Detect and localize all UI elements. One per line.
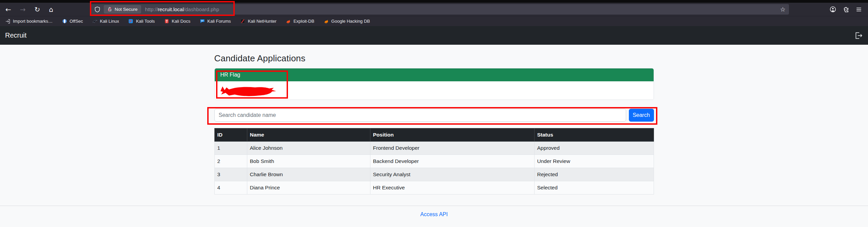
table-row: 3Charlie BrownSecurity AnalystRejected bbox=[214, 168, 654, 181]
bookmark-kali-forums[interactable]: Kali Forums bbox=[199, 19, 231, 24]
column-header-name: Name bbox=[247, 128, 370, 142]
table-cell: Bob Smith bbox=[247, 155, 370, 168]
table-cell: Diana Prince bbox=[247, 181, 370, 194]
url-scheme: http:// bbox=[145, 6, 158, 12]
import-bookmarks-icon bbox=[5, 19, 11, 24]
bookmark-label: Kali NetHunter bbox=[248, 19, 277, 24]
navbar-brand[interactable]: Recruit bbox=[5, 32, 26, 39]
bookmark-label: OffSec bbox=[70, 19, 83, 24]
bookmark-label: Kali Linux bbox=[100, 19, 119, 24]
table-row: 2Bob SmithBackend DeveloperUnder Review bbox=[214, 155, 654, 168]
column-header-position: Position bbox=[370, 128, 534, 142]
table-header-row: IDNamePositionStatus bbox=[214, 128, 654, 142]
table-cell: Charlie Brown bbox=[247, 168, 370, 181]
kali-tools-icon bbox=[128, 19, 134, 24]
table-row: 4Diana PrinceHR ExecutiveSelected bbox=[214, 181, 654, 194]
access-api-link[interactable]: Access API bbox=[420, 211, 448, 217]
shield-icon[interactable] bbox=[94, 6, 100, 13]
search-input[interactable] bbox=[214, 109, 626, 122]
bookmark-offsec[interactable]: OffSec bbox=[62, 19, 83, 24]
table-cell: Under Review bbox=[534, 155, 654, 168]
table-cell: Selected bbox=[534, 181, 654, 194]
menu-icon[interactable] bbox=[856, 6, 862, 13]
bookmark-label: Import bookmarks… bbox=[13, 19, 53, 24]
exploit-db-icon bbox=[286, 19, 291, 24]
hr-flag-card-body bbox=[215, 81, 654, 100]
column-header-status: Status bbox=[534, 128, 654, 142]
insecure-lock-icon bbox=[107, 7, 112, 12]
home-icon[interactable]: ⌂ bbox=[49, 6, 53, 13]
browser-toolbar: ← → ↻ ⌂ Not Secure http://recruit.local/… bbox=[0, 3, 868, 16]
kali-docs-icon bbox=[164, 19, 169, 24]
browser-tab-strip bbox=[0, 0, 868, 3]
bookmark-label: Exploit-DB bbox=[293, 19, 314, 24]
table-cell: Backend Developer bbox=[370, 155, 534, 168]
candidates-table: IDNamePositionStatus 1Alice JohnsonFront… bbox=[214, 128, 654, 194]
bookmark-label: Kali Forums bbox=[207, 19, 231, 24]
toolbar-right-icons bbox=[830, 6, 868, 13]
table-cell: Frontend Developer bbox=[370, 142, 534, 155]
back-icon[interactable]: ← bbox=[5, 6, 11, 13]
table-row: 1Alice JohnsonFrontend DeveloperApproved bbox=[214, 142, 654, 155]
extensions-icon[interactable] bbox=[843, 6, 849, 13]
hr-flag-card: HR Flag bbox=[214, 68, 654, 100]
logout-icon[interactable] bbox=[854, 31, 863, 40]
reload-icon[interactable]: ↻ bbox=[35, 6, 40, 13]
page-content: Candidate Applications HR Flag Search ID… bbox=[0, 45, 868, 218]
bookmark-exploit-db[interactable]: Exploit-DB bbox=[286, 19, 314, 24]
url-path: /dashboard.php bbox=[184, 6, 219, 12]
forward-icon[interactable]: → bbox=[20, 6, 26, 13]
site-navbar: Recruit bbox=[0, 26, 868, 45]
account-icon[interactable] bbox=[830, 6, 836, 13]
bookmark-label: Kali Docs bbox=[172, 19, 190, 24]
browser-nav-buttons: ← → ↻ ⌂ bbox=[0, 6, 91, 13]
bookmark-import[interactable]: Import bookmarks… bbox=[5, 19, 53, 24]
security-label: Not Secure bbox=[115, 7, 138, 12]
table-cell: Approved bbox=[534, 142, 654, 155]
bookmarks-bar: Import bookmarks…OffSecKali LinuxKali To… bbox=[0, 16, 868, 26]
bookmark-kali-tools[interactable]: Kali Tools bbox=[128, 19, 155, 24]
kali-linux-icon bbox=[92, 19, 98, 24]
bookmark-kali-linux[interactable]: Kali Linux bbox=[92, 19, 119, 24]
kali-nethunter-icon bbox=[240, 19, 246, 24]
google-hacking-db-icon bbox=[324, 19, 329, 24]
table-cell: Rejected bbox=[534, 168, 654, 181]
search-button[interactable]: Search bbox=[629, 109, 654, 122]
bookmark-kali-docs[interactable]: Kali Docs bbox=[164, 19, 190, 24]
page-title: Candidate Applications bbox=[214, 45, 654, 64]
url-text: http://recruit.local/dashboard.php bbox=[145, 6, 776, 12]
bookmark-ghdb[interactable]: Google Hacking DB bbox=[324, 19, 370, 24]
site-security-chip[interactable]: Not Secure bbox=[104, 5, 141, 14]
table-cell: Alice Johnson bbox=[247, 142, 370, 155]
url-bar[interactable]: Not Secure http://recruit.local/dashboar… bbox=[91, 4, 789, 15]
url-host: recruit.local bbox=[158, 6, 184, 12]
bookmark-label: Google Hacking DB bbox=[331, 19, 370, 24]
hr-flag-card-header: HR Flag bbox=[215, 68, 654, 81]
table-cell: 4 bbox=[214, 181, 247, 194]
bookmark-star-icon[interactable]: ☆ bbox=[780, 6, 786, 13]
table-cell: HR Executive bbox=[370, 181, 534, 194]
bookmark-kali-nethunter[interactable]: Kali NetHunter bbox=[240, 19, 277, 24]
column-header-id: ID bbox=[214, 128, 247, 142]
offsec-icon bbox=[62, 19, 67, 24]
table-cell: 3 bbox=[214, 168, 247, 181]
search-row: Search bbox=[214, 109, 654, 122]
kali-forums-icon bbox=[199, 19, 205, 24]
table-cell: 1 bbox=[214, 142, 247, 155]
bookmark-label: Kali Tools bbox=[136, 19, 155, 24]
table-cell: Security Analyst bbox=[370, 168, 534, 181]
table-cell: 2 bbox=[214, 155, 247, 168]
